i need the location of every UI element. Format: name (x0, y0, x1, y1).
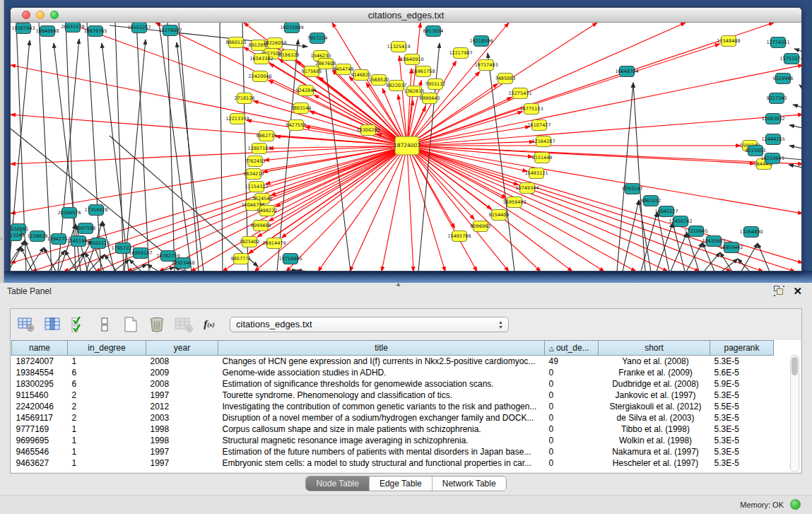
column-header-name[interactable]: name (12, 341, 68, 356)
table-cell[interactable]: 2 (68, 412, 146, 424)
table-cell[interactable]: 9463627 (12, 457, 68, 469)
delete-column-icon[interactable] (147, 315, 167, 334)
table-cell[interactable]: 1 (68, 446, 146, 457)
table-cell[interactable]: Yano et al. (2008) (599, 356, 710, 367)
function-builder-icon[interactable]: f(x) (199, 315, 219, 334)
node-table[interactable]: namein_degreeyeartitle△out_de...shortpag… (11, 340, 801, 472)
table-cell[interactable]: 0 (545, 424, 599, 435)
table-cell[interactable]: 22420046 (12, 401, 68, 412)
table-cell[interactable]: 1997 (146, 457, 218, 469)
table-cell[interactable]: Estimation of significance thresholds fo… (218, 378, 545, 390)
table-cell[interactable]: Franke et al. (2009) (599, 367, 710, 378)
table-cell[interactable]: de Silva et al. (2003) (599, 412, 710, 424)
table-cell[interactable]: 9115460 (12, 390, 68, 401)
table-cell[interactable]: Disruption of a novel member of a sodium… (218, 412, 545, 424)
table-cell[interactable]: Nakamura et al. (1997) (599, 446, 710, 457)
table-cell[interactable]: 49 (545, 356, 599, 367)
table-cell[interactable]: 5.3E-5 (710, 356, 774, 367)
table-cell[interactable]: 1998 (146, 424, 218, 435)
table-cell[interactable]: 5.3E-5 (710, 435, 774, 446)
table-cell[interactable]: Genome-wide association studies in ADHD. (218, 367, 545, 378)
table-row[interactable]: 1872400712008Changes of HCN gene express… (12, 356, 774, 367)
table-mode-icon[interactable] (16, 315, 36, 334)
table-cell[interactable]: 0 (545, 457, 599, 469)
table-scrollbar[interactable] (790, 355, 799, 472)
table-cell[interactable]: 1998 (146, 435, 218, 446)
table-cell[interactable]: Dudbridge et al. (2008) (599, 378, 710, 390)
table-cell[interactable]: 0 (545, 435, 599, 446)
table-cell[interactable]: Investigating the contribution of common… (218, 401, 545, 412)
table-cell[interactable]: 5.5E-5 (710, 401, 774, 412)
table-cell[interactable]: 2003 (146, 412, 218, 424)
table-cell[interactable]: 1997 (146, 446, 218, 457)
table-cell[interactable]: 9777169 (12, 424, 68, 435)
table-cell[interactable]: 18300295 (12, 378, 68, 390)
table-row[interactable]: 1456911722003Disruption of a novel membe… (12, 412, 774, 424)
table-cell[interactable]: 19384554 (12, 367, 68, 378)
table-cell[interactable]: 9699695 (12, 435, 68, 446)
table-row[interactable]: 1830029562008Estimation of significance … (12, 378, 774, 390)
new-column-icon[interactable] (121, 315, 141, 334)
table-cell[interactable]: 6 (68, 367, 146, 378)
table-cell[interactable]: 6 (68, 378, 146, 390)
table-cell[interactable]: 2012 (146, 401, 218, 412)
table-cell[interactable]: 0 (545, 412, 599, 424)
table-cell[interactable]: 5.3E-5 (710, 390, 774, 401)
table-cell[interactable]: Corpus callosum shape and size in male p… (218, 424, 545, 435)
table-cell[interactable]: Wolkin et al. (1998) (599, 435, 710, 446)
table-row[interactable]: 946362711997Embryonic stem cells: a mode… (12, 457, 774, 469)
table-cell[interactable]: 1 (68, 356, 146, 367)
table-cell[interactable]: 1997 (146, 390, 218, 401)
table-cell[interactable]: 0 (545, 378, 599, 390)
table-cell[interactable]: 0 (545, 390, 599, 401)
table-cell[interactable]: 1 (68, 435, 146, 446)
table-cell[interactable]: 5.3E-5 (710, 457, 774, 469)
table-cell[interactable]: 5.3E-5 (710, 412, 774, 424)
column-header-pagerank[interactable]: pagerank (710, 341, 774, 356)
column-header-in_degree[interactable]: in_degree (68, 341, 146, 356)
table-cell[interactable]: 2 (68, 390, 146, 401)
table-cell[interactable]: Jankovic et al. (1997) (599, 390, 710, 401)
network-view-window[interactable]: citations_edges.txt 86601238912955182260… (10, 7, 802, 271)
table-cell[interactable]: 5.3E-5 (710, 446, 774, 457)
table-cell[interactable]: 1 (68, 424, 146, 435)
minimize-window-button[interactable] (36, 11, 45, 19)
column-header-year[interactable]: year (146, 341, 218, 356)
table-cell[interactable]: Estimation of the future numbers of pati… (218, 446, 545, 457)
table-cell[interactable]: 0 (545, 367, 599, 378)
table-cell[interactable]: 18724007 (12, 356, 68, 367)
table-cell[interactable]: 2008 (146, 378, 218, 390)
table-row[interactable]: 946554611997Estimation of the future num… (12, 446, 774, 457)
table-row[interactable]: 977716911998Corpus callosum shape and si… (12, 424, 774, 435)
left-panel-divider[interactable]: › (0, 0, 4, 283)
tab-node-table[interactable]: Node Table (306, 477, 370, 491)
tab-network-table[interactable]: Network Table (433, 477, 506, 491)
table-row[interactable]: 911546021997Tourette syndrome. Phenomeno… (12, 390, 774, 401)
network-canvas[interactable]: 8660123891295518226058982750816543382818… (11, 23, 802, 271)
tab-edge-table[interactable]: Edge Table (370, 477, 433, 491)
network-graph[interactable]: 8660123891295518226058982750816543382818… (11, 23, 802, 271)
table-row[interactable]: 969969511998Structural magnetic resonanc… (12, 435, 774, 446)
table-cell[interactable]: 0 (545, 401, 599, 412)
table-cell[interactable]: 9465546 (12, 446, 68, 457)
select-columns-icon[interactable] (69, 315, 88, 334)
table-cell[interactable]: 0 (545, 446, 599, 457)
table-cell[interactable]: Structural magnetic resonance image aver… (218, 435, 545, 446)
column-header-title[interactable]: title (218, 341, 545, 356)
column-header-short[interactable]: short (599, 341, 710, 356)
table-cell[interactable]: Stergiakouli et al. (2012) (599, 401, 710, 412)
table-cell[interactable]: 2009 (146, 367, 218, 378)
table-cell[interactable]: 1 (68, 457, 146, 469)
table-row[interactable]: 1938455462009Genome-wide association stu… (12, 367, 774, 378)
column-visibility-icon[interactable] (42, 315, 62, 334)
table-cell[interactable]: 5.6E-5 (710, 367, 774, 378)
float-panel-icon[interactable] (774, 286, 784, 296)
close-window-button[interactable] (22, 11, 30, 19)
table-cell[interactable]: Hescheler et al. (1997) (599, 457, 710, 469)
table-cell[interactable]: 5.9E-5 (710, 378, 774, 390)
table-cell[interactable]: 14569117 (12, 412, 68, 424)
window-titlebar[interactable]: citations_edges.txt (11, 8, 801, 23)
table-cell[interactable]: Tourette syndrome. Phenomenology and cla… (218, 390, 545, 401)
table-select-dropdown[interactable]: citations_edges.txt ▲▼ (230, 317, 509, 332)
column-header-out_de[interactable]: △out_de... (545, 341, 599, 356)
